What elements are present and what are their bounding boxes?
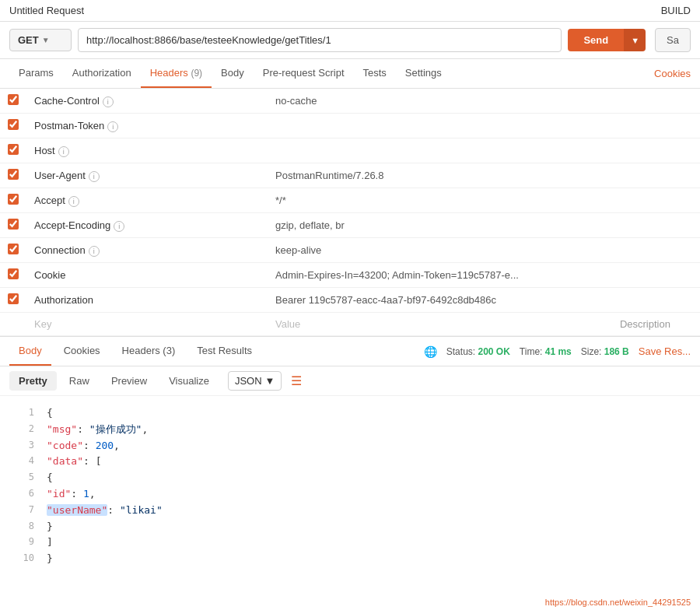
table-row: Cache-Controli no-cache — [0, 89, 700, 114]
response-tab-body[interactable]: Body — [9, 337, 51, 366]
line-content: { — [47, 405, 53, 422]
headers-table: Cache-Controli no-cache Postman-Tokeni H… — [0, 89, 700, 336]
info-icon[interactable]: i — [89, 171, 100, 182]
line-number: 5 — [12, 470, 34, 486]
table-row: Hosti — [0, 138, 700, 163]
json-line: 1{ — [12, 405, 688, 422]
header-description — [612, 114, 700, 138]
method-select[interactable]: GET ▼ — [9, 29, 72, 51]
line-number: 7 — [12, 503, 34, 519]
cookies-link[interactable]: Cookies — [654, 68, 691, 79]
view-tab-pretty[interactable]: Pretty — [9, 371, 57, 391]
tab-body[interactable]: Body — [212, 59, 254, 88]
line-number: 1 — [12, 405, 34, 422]
json-line: 7 "userName": "likai" — [12, 503, 688, 519]
header-checkbox[interactable] — [8, 94, 19, 105]
header-key: Authorization — [26, 288, 268, 313]
json-line: 8 } — [12, 519, 688, 535]
line-number: 3 — [12, 438, 34, 454]
key-placeholder: Key — [34, 318, 51, 330]
header-value: keep-alive — [268, 238, 612, 263]
line-number: 9 — [12, 535, 34, 551]
header-checkbox[interactable] — [8, 268, 19, 279]
header-key: Hosti — [26, 138, 268, 163]
info-icon[interactable]: i — [107, 121, 118, 132]
table-row: User-Agenti PostmanRuntime/7.26.8 — [0, 163, 700, 188]
header-key: Cache-Controli — [26, 89, 268, 114]
save-button[interactable]: Sa — [655, 28, 691, 52]
send-btn-group: Send ▼ — [568, 29, 646, 51]
header-checkbox[interactable] — [8, 144, 19, 155]
header-value: */* — [268, 188, 612, 213]
line-number: 4 — [12, 454, 34, 470]
header-description — [612, 288, 700, 313]
info-icon[interactable]: i — [114, 221, 124, 232]
method-chevron-icon: ▼ — [42, 36, 50, 44]
view-tab-visualize[interactable]: Visualize — [159, 371, 219, 391]
response-tab-headers[interactable]: Headers (3) — [113, 337, 185, 366]
header-key: User-Agenti — [26, 163, 268, 188]
line-content: { — [47, 470, 53, 486]
build-label: BUILD — [661, 5, 691, 16]
json-line: 4 "data": [ — [12, 454, 688, 470]
save-response-button[interactable]: Save Res... — [639, 345, 691, 357]
line-number: 2 — [12, 422, 34, 438]
url-input[interactable] — [78, 28, 562, 52]
tab-authorization[interactable]: Authorization — [63, 59, 141, 88]
response-tab-test-results[interactable]: Test Results — [187, 337, 261, 366]
send-arrow-button[interactable]: ▼ — [624, 29, 646, 51]
json-line: 6 "id": 1, — [12, 486, 688, 503]
header-checkbox[interactable] — [8, 169, 19, 180]
tab-headers[interactable]: Headers (9) — [141, 59, 212, 88]
header-key: Accepti — [26, 188, 268, 213]
header-value: PostmanRuntime/7.26.8 — [268, 163, 612, 188]
info-icon[interactable]: i — [103, 96, 114, 107]
info-icon[interactable]: i — [58, 146, 69, 157]
tab-pre-request[interactable]: Pre-request Script — [254, 59, 354, 88]
json-line: 9 ] — [12, 535, 688, 551]
headers-placeholder-row: Key Value Description — [0, 313, 700, 336]
table-row: Accepti */* — [0, 188, 700, 213]
tab-params[interactable]: Params — [9, 59, 63, 88]
header-key: Postman-Tokeni — [26, 114, 268, 138]
send-button[interactable]: Send — [568, 29, 624, 51]
table-row: Postman-Tokeni — [0, 114, 700, 138]
tab-settings[interactable]: Settings — [396, 59, 451, 88]
tab-tests[interactable]: Tests — [354, 59, 396, 88]
line-number: 10 — [12, 551, 34, 567]
header-value: no-cache — [268, 89, 612, 114]
response-meta: 🌐 Status: 200 OK Time: 41 ms Size: 186 B… — [424, 345, 691, 358]
info-icon[interactable]: i — [68, 196, 79, 207]
header-checkbox[interactable] — [8, 219, 19, 230]
line-content: "data": [ — [47, 454, 101, 470]
view-tab-preview[interactable]: Preview — [102, 371, 156, 391]
header-value: Admin-Expires-In=43200; Admin-Token=119c… — [268, 263, 612, 288]
header-description — [612, 213, 700, 238]
header-description — [612, 238, 700, 263]
response-tab-cookies[interactable]: Cookies — [54, 337, 110, 366]
desc-placeholder: Description — [620, 318, 670, 330]
title-bar: Untitled Request BUILD — [0, 0, 700, 22]
header-description — [612, 263, 700, 288]
header-checkbox[interactable] — [8, 119, 19, 130]
format-select[interactable]: JSON ▼ — [228, 371, 282, 391]
view-tabs-row: Pretty Raw Preview Visualize JSON ▼ ☰ — [0, 366, 700, 396]
line-number: 6 — [12, 486, 34, 503]
header-value: gzip, deflate, br — [268, 213, 612, 238]
header-checkbox[interactable] — [8, 244, 19, 254]
method-label: GET — [18, 34, 39, 46]
wrap-icon[interactable]: ☰ — [291, 373, 302, 388]
header-description — [612, 163, 700, 188]
table-row: Cookie Admin-Expires-In=43200; Admin-Tok… — [0, 263, 700, 288]
value-placeholder: Value — [275, 318, 300, 330]
status-text: Status: — [446, 346, 478, 357]
view-tab-raw[interactable]: Raw — [60, 371, 99, 391]
header-checkbox[interactable] — [8, 293, 19, 304]
format-label: JSON — [235, 375, 262, 387]
table-row: Connectioni keep-alive — [0, 238, 700, 263]
info-icon[interactable]: i — [89, 246, 100, 257]
header-key: Accept-Encodingi — [26, 213, 268, 238]
status-label: Status: 200 OK — [446, 346, 510, 357]
header-checkbox[interactable] — [8, 194, 19, 205]
header-key: Cookie — [26, 263, 268, 288]
